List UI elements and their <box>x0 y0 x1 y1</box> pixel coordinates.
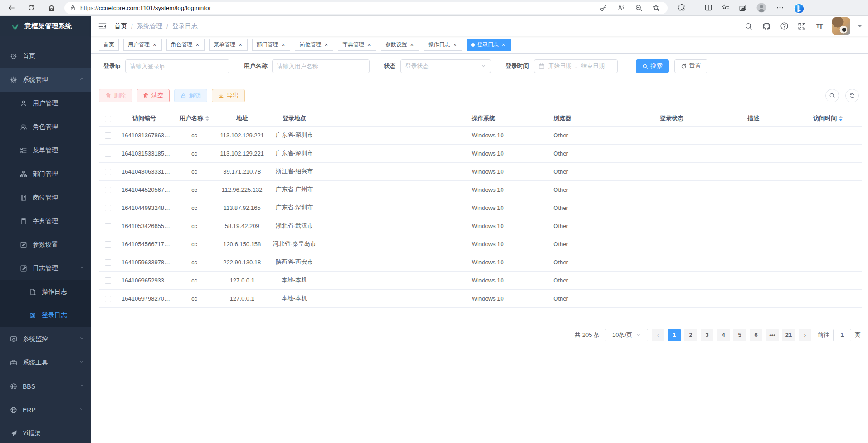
tab-user-management[interactable]: 用户管理× <box>123 39 162 51</box>
app-logo[interactable]: 意框架管理系统 <box>0 16 91 36</box>
sidebar-item-yi-framework[interactable]: Yi框架 <box>0 422 91 443</box>
collections-add-tab-icon[interactable] <box>739 4 747 12</box>
column-header-visit-time[interactable]: 访问时间 <box>795 111 862 126</box>
row-checkbox[interactable] <box>105 277 111 284</box>
user-avatar[interactable] <box>832 17 850 35</box>
tab-dept-management[interactable]: 部门管理× <box>252 39 291 51</box>
browser-back-icon[interactable] <box>5 1 18 15</box>
sidebar-item-log-management[interactable]: 日志管理 <box>0 257 91 280</box>
goto-page-input[interactable] <box>833 329 851 341</box>
sidebar-item-param-settings[interactable]: 参数设置 <box>0 233 91 257</box>
sidebar-item-post-management[interactable]: 岗位管理 <box>0 186 91 209</box>
user-name-input[interactable] <box>272 59 370 73</box>
sidebar-item-dept-management[interactable]: 部门管理 <box>0 162 91 186</box>
show-search-toggle-button[interactable] <box>825 89 839 102</box>
help-icon[interactable] <box>779 21 789 31</box>
sidebar-item-dict-management[interactable]: 字典管理 <box>0 209 91 233</box>
header-search-icon[interactable] <box>744 21 754 31</box>
row-checkbox[interactable] <box>105 187 111 193</box>
tab-operation-log[interactable]: 操作日志× <box>424 39 462 51</box>
bing-chat-icon[interactable] <box>793 3 803 13</box>
row-checkbox[interactable] <box>105 205 111 211</box>
search-button[interactable]: 搜索 <box>636 59 669 73</box>
reset-button[interactable]: 重置 <box>674 59 707 73</box>
tab-dict-management[interactable]: 字典管理× <box>338 39 376 51</box>
avatar-caret-icon[interactable] <box>858 25 862 29</box>
close-icon[interactable]: × <box>452 41 458 48</box>
sidebar-item-home[interactable]: 首页 <box>0 44 91 68</box>
browser-refresh-icon[interactable] <box>24 1 38 15</box>
sidebar-item-system-management[interactable]: 系统管理 <box>0 68 91 92</box>
export-button[interactable]: 导出 <box>212 89 245 102</box>
settings-dots-icon[interactable] <box>776 4 784 12</box>
sort-caret-icon[interactable] <box>205 116 209 121</box>
tab-param-settings[interactable]: 参数设置× <box>381 39 419 51</box>
delete-button[interactable]: 删除 <box>99 89 132 102</box>
next-page-button[interactable]: › <box>799 329 811 341</box>
github-icon[interactable] <box>761 21 771 31</box>
page-button-6[interactable]: 6 <box>750 329 762 341</box>
close-icon[interactable]: × <box>195 41 200 48</box>
row-checkbox[interactable] <box>105 151 111 157</box>
sidebar-collapse-icon[interactable] <box>98 22 107 31</box>
browser-home-icon[interactable] <box>44 1 58 15</box>
sidebar-item-login-log[interactable]: 登录日志 <box>0 304 91 327</box>
address-bar[interactable]: https://ccnetcore.com:1101/system/log/lo… <box>64 2 668 14</box>
browser-profile-avatar[interactable] <box>756 2 767 13</box>
page-size-select[interactable]: 10条/页 <box>605 329 648 341</box>
read-aloud-icon[interactable] <box>617 4 625 12</box>
close-icon[interactable]: × <box>323 41 329 48</box>
sidebar-item-erp[interactable]: ERP <box>0 398 91 422</box>
row-checkbox[interactable] <box>105 241 111 248</box>
page-button-3[interactable]: 3 <box>701 329 713 341</box>
tab-role-management[interactable]: 角色管理× <box>166 39 205 51</box>
clear-button[interactable]: 清空 <box>137 89 170 102</box>
close-icon[interactable]: × <box>238 41 243 48</box>
page-button-2[interactable]: 2 <box>684 329 697 341</box>
row-checkbox[interactable] <box>105 169 111 175</box>
password-key-icon[interactable] <box>600 4 607 12</box>
login-time-range-picker[interactable]: 开始日期 - 结束日期 <box>534 59 618 73</box>
row-checkbox[interactable] <box>105 296 111 302</box>
page-button-21[interactable]: 21 <box>782 329 795 341</box>
unlock-button[interactable]: 解锁 <box>174 89 207 102</box>
sidebar-item-menu-management[interactable]: 菜单管理 <box>0 139 91 162</box>
favorites-bar-icon[interactable] <box>722 4 730 12</box>
row-checkbox[interactable] <box>105 223 111 229</box>
fullscreen-icon[interactable] <box>797 21 807 31</box>
sidebar-item-system-tools[interactable]: 系统工具 <box>0 351 91 375</box>
login-ip-input[interactable] <box>125 59 229 73</box>
sidebar-item-operation-log[interactable]: 操作日志 <box>0 280 91 304</box>
sort-caret-icon[interactable] <box>839 116 843 121</box>
page-button-1[interactable]: 1 <box>668 329 681 341</box>
close-icon[interactable]: × <box>281 41 286 48</box>
sidebar-item-role-management[interactable]: 角色管理 <box>0 115 91 139</box>
sidebar-item-system-monitor[interactable]: 系统监控 <box>0 327 91 351</box>
tab-home[interactable]: 首页 <box>99 39 119 51</box>
extensions-puzzle-icon[interactable] <box>678 4 686 12</box>
breadcrumb-home[interactable]: 首页 <box>114 22 127 30</box>
tab-login-log[interactable]: 登录日志× <box>467 39 511 51</box>
page-button-4[interactable]: 4 <box>717 329 730 341</box>
favorite-star-add-icon[interactable] <box>653 4 660 12</box>
close-icon[interactable]: × <box>501 41 507 48</box>
sidebar-item-bbs[interactable]: BBS <box>0 375 91 398</box>
refresh-table-button[interactable] <box>845 89 859 102</box>
select-all-checkbox[interactable] <box>105 116 111 122</box>
sidebar-item-user-management[interactable]: 用户管理 <box>0 92 91 115</box>
close-icon[interactable]: × <box>366 41 372 48</box>
font-size-icon[interactable]: TT <box>814 21 824 31</box>
close-icon[interactable]: × <box>410 41 415 48</box>
tab-menu-management[interactable]: 菜单管理× <box>209 39 248 51</box>
more-pages-button[interactable]: ••• <box>766 329 779 341</box>
close-icon[interactable]: × <box>152 41 157 48</box>
row-checkbox[interactable] <box>105 259 111 266</box>
row-checkbox[interactable] <box>105 132 111 139</box>
split-screen-icon[interactable] <box>704 4 712 12</box>
tab-post-management[interactable]: 岗位管理× <box>295 39 333 51</box>
login-status-select[interactable]: 登录状态 <box>400 59 491 73</box>
zoom-out-icon[interactable] <box>635 4 643 12</box>
prev-page-button[interactable]: ‹ <box>652 329 664 341</box>
page-button-5[interactable]: 5 <box>733 329 746 341</box>
column-header-user-name[interactable]: 用户名称 <box>171 111 217 126</box>
